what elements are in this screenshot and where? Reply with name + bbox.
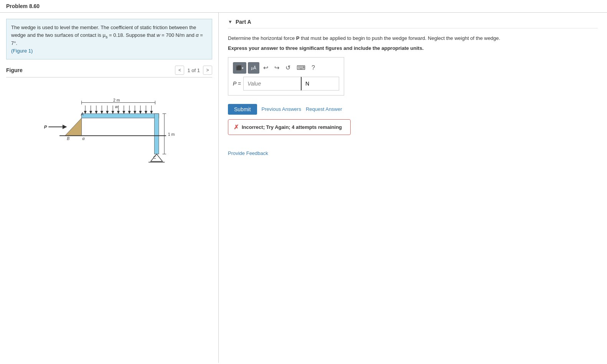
help-icon: ?: [312, 64, 315, 71]
figure-prev-button[interactable]: <: [175, 66, 184, 75]
undo-icon: ↩: [263, 64, 268, 71]
figure-nav: < 1 of 1 >: [175, 66, 212, 75]
redo-button[interactable]: ↪: [272, 63, 282, 72]
toolbar: ⬛▪ μÅ ↩ ↪ ↺ ⌨ ?: [233, 62, 339, 74]
part-header: ▼ Part A: [228, 19, 598, 28]
main-layout: The wedge is used to level the member. T…: [0, 13, 607, 363]
svg-rect-31: [82, 114, 159, 119]
svg-marker-20: [123, 111, 125, 114]
collapse-icon[interactable]: ▼: [228, 19, 233, 25]
question-text: Determine the horizontal force P that mu…: [228, 35, 598, 42]
info-text: The wedge is used to level the member. T…: [11, 25, 203, 46]
right-panel: ▼ Part A Determine the horizontal force …: [219, 13, 607, 363]
part-label: Part A: [236, 19, 251, 25]
svg-marker-18: [117, 111, 120, 114]
figure-svg: 2 m w: [6, 81, 212, 169]
svg-marker-6: [84, 111, 86, 114]
svg-marker-30: [150, 111, 153, 114]
submit-button[interactable]: Submit: [228, 104, 257, 115]
error-icon: ✗: [234, 124, 239, 131]
reset-icon: ↺: [285, 64, 290, 71]
tool-btn-1[interactable]: ⬛▪: [233, 62, 246, 74]
svg-text:α: α: [82, 137, 85, 141]
input-row: P =: [233, 77, 339, 91]
svg-marker-34: [65, 118, 82, 136]
figure-next-button[interactable]: >: [203, 66, 212, 75]
undo-button[interactable]: ↩: [261, 63, 271, 72]
svg-text:B: B: [67, 137, 69, 141]
top-bar: Problem 8.60: [0, 0, 607, 13]
left-panel: The wedge is used to level the member. T…: [0, 13, 219, 363]
svg-rect-32: [154, 114, 159, 154]
svg-marker-45: [151, 154, 163, 161]
svg-text:1 m: 1 m: [168, 132, 175, 137]
unit-input[interactable]: [301, 77, 339, 91]
keyboard-button[interactable]: ⌨: [294, 63, 308, 72]
action-row: Submit Previous Answers Request Answer: [228, 104, 598, 115]
figure-section: Figure < 1 of 1 > 2 m w: [6, 66, 212, 169]
error-box: ✗ Incorrect; Try Again; 4 attempts remai…: [228, 119, 351, 135]
svg-marker-22: [128, 111, 130, 114]
figure-nav-count: 1 of 1: [187, 68, 200, 73]
tool-icon-2: μÅ: [251, 66, 256, 70]
svg-text:w: w: [115, 104, 119, 109]
value-input[interactable]: [243, 77, 301, 91]
svg-text:2 m: 2 m: [113, 98, 120, 102]
problem-title: Problem 8.60: [6, 3, 40, 9]
error-text: Incorrect; Try Again; 4 attempts remaini…: [242, 124, 342, 130]
svg-marker-28: [145, 111, 147, 114]
reset-button[interactable]: ↺: [283, 63, 293, 72]
svg-text:P: P: [44, 125, 47, 129]
svg-marker-24: [134, 111, 136, 114]
svg-marker-8: [90, 111, 92, 114]
tool-btn-2[interactable]: μÅ: [248, 62, 259, 74]
info-box: The wedge is used to level the member. T…: [6, 19, 212, 59]
express-text: Express your answer to three significant…: [228, 45, 598, 51]
figure-header: Figure < 1 of 1 >: [6, 66, 212, 77]
p-label: P =: [233, 81, 241, 87]
help-button[interactable]: ?: [309, 64, 317, 72]
figure-title: Figure: [6, 67, 23, 73]
svg-marker-16: [112, 111, 114, 114]
svg-text:A: A: [81, 112, 84, 116]
redo-icon: ↪: [274, 64, 279, 71]
request-answer-link[interactable]: Request Answer: [306, 106, 342, 112]
keyboard-icon: ⌨: [297, 64, 305, 71]
answer-box: ⬛▪ μÅ ↩ ↪ ↺ ⌨ ?: [228, 57, 344, 96]
tool-icon-1: ⬛▪: [236, 65, 243, 71]
previous-answers-link[interactable]: Previous Answers: [262, 106, 301, 112]
svg-marker-14: [106, 111, 109, 114]
svg-marker-10: [95, 111, 97, 114]
svg-marker-12: [101, 111, 103, 114]
figure-canvas: 2 m w: [6, 81, 212, 169]
figure-link[interactable]: (Figure 1): [11, 48, 33, 54]
svg-marker-26: [139, 111, 142, 114]
feedback-link[interactable]: Provide Feedback: [228, 150, 268, 156]
